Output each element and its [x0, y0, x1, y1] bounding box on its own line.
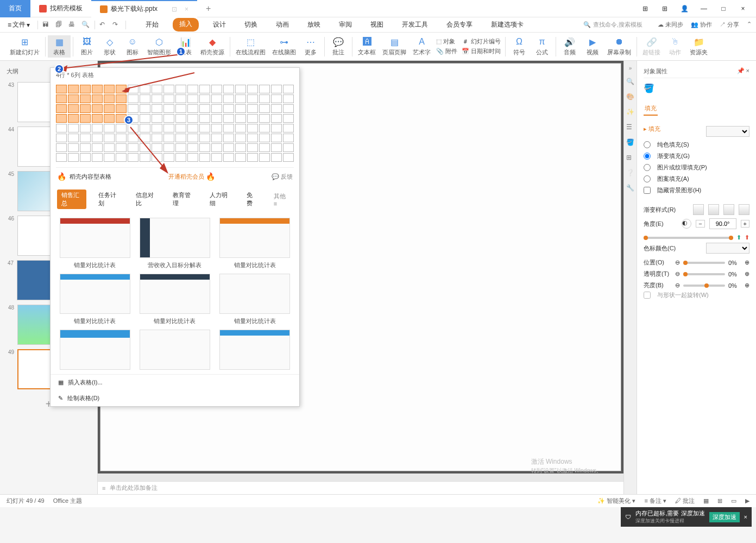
- grid-cell[interactable]: [187, 134, 198, 142]
- grid-cell[interactable]: [211, 114, 222, 123]
- layout-icon[interactable]: ⊞: [639, 2, 652, 15]
- grid-cell[interactable]: [92, 124, 103, 132]
- grid-cell[interactable]: [152, 94, 162, 103]
- flowchart-button[interactable]: ⬚在线流程图: [232, 35, 269, 58]
- grid-cell[interactable]: [223, 124, 234, 132]
- grid-cell[interactable]: [116, 134, 127, 142]
- grid-cell[interactable]: [199, 104, 210, 113]
- tmpl-tab-free[interactable]: 免费: [242, 190, 261, 209]
- notes-toggle[interactable]: ≡ 备注 ▾: [644, 497, 666, 505]
- tab-close-icon[interactable]: ×: [185, 5, 188, 13]
- grid-cell[interactable]: [163, 143, 174, 152]
- grid-cell[interactable]: [116, 153, 127, 162]
- rt-anim-icon[interactable]: ✨: [626, 108, 635, 117]
- grid-cell[interactable]: [223, 114, 234, 123]
- beautify-button[interactable]: ✨ 智能美化 ▾: [597, 497, 635, 505]
- print-icon[interactable]: 🖶: [68, 21, 77, 29]
- grid-cell[interactable]: [116, 124, 127, 132]
- grid-cell[interactable]: [187, 153, 198, 162]
- grid-cell[interactable]: [223, 153, 234, 162]
- fill-section-title[interactable]: ▸ 填充: [644, 125, 660, 133]
- grid-cell[interactable]: [259, 153, 270, 162]
- tmpl-tab-task[interactable]: 任务计划: [94, 190, 123, 209]
- save-icon[interactable]: 🖬: [42, 21, 51, 29]
- grid-cell[interactable]: [152, 104, 162, 113]
- grid-cell[interactable]: [68, 94, 79, 103]
- grid-cell[interactable]: [223, 104, 234, 113]
- grid-cell[interactable]: [128, 94, 138, 103]
- table-size-grid[interactable]: [51, 83, 299, 167]
- grid-cell[interactable]: [235, 85, 246, 93]
- outline-tab[interactable]: 大纲: [7, 67, 18, 75]
- rotate-checkbox[interactable]: [644, 292, 651, 299]
- grid-cell[interactable]: [140, 153, 150, 162]
- redo-icon[interactable]: ↷: [112, 21, 121, 29]
- template-preview[interactable]: [60, 330, 130, 370]
- tab-vip[interactable]: 会员专享: [442, 18, 477, 31]
- grid-cell[interactable]: [128, 153, 138, 162]
- grid-cell[interactable]: [152, 85, 162, 93]
- grad-style-4[interactable]: [739, 204, 749, 215]
- template-preview[interactable]: [140, 330, 210, 370]
- pin-icon[interactable]: 📌: [737, 67, 745, 74]
- close-panel-icon[interactable]: ×: [746, 67, 749, 74]
- tab-design[interactable]: 设计: [209, 18, 230, 31]
- docer-tab[interactable]: 找稻壳模板: [30, 0, 91, 17]
- grid-cell[interactable]: [235, 94, 246, 103]
- grid-cell[interactable]: [187, 94, 198, 103]
- template-preview[interactable]: [140, 274, 210, 314]
- grid-cell[interactable]: [140, 124, 150, 132]
- docer-button[interactable]: ◆稻壳资源: [197, 35, 228, 58]
- grid-cell[interactable]: [175, 153, 186, 162]
- trans-minus[interactable]: ⊖: [675, 270, 680, 277]
- template-preview[interactable]: [219, 330, 290, 370]
- tmpl-tab-compare[interactable]: 信息对比: [131, 190, 161, 209]
- trans-plus[interactable]: ⊕: [745, 270, 749, 277]
- grid-cell[interactable]: [56, 104, 67, 113]
- rt-search-icon[interactable]: 🔍: [626, 78, 635, 86]
- maximize-button[interactable]: □: [717, 2, 730, 15]
- grid-cell[interactable]: [92, 153, 103, 162]
- grid-cell[interactable]: [175, 124, 186, 132]
- vip-link[interactable]: 开通稻壳会员 🔥: [168, 172, 215, 181]
- grid-cell[interactable]: [175, 143, 186, 152]
- grid-cell[interactable]: [140, 143, 150, 152]
- grid-cell[interactable]: [80, 134, 91, 142]
- horiz-scrollbar[interactable]: [98, 473, 623, 481]
- hyperlink-button[interactable]: 🔗超链接: [639, 35, 664, 58]
- grid-cell[interactable]: [259, 124, 270, 132]
- grid-cell[interactable]: [92, 143, 103, 152]
- grid-cell[interactable]: [104, 94, 115, 103]
- grid-cell[interactable]: [211, 94, 222, 103]
- sync-button[interactable]: ☁ 未同步: [658, 21, 683, 29]
- grid-cell[interactable]: [283, 104, 294, 113]
- grid-cell[interactable]: [128, 124, 138, 132]
- grid-cell[interactable]: [152, 114, 162, 123]
- angle-plus[interactable]: +: [741, 220, 749, 228]
- grid-cell[interactable]: [187, 114, 198, 123]
- datetime-button[interactable]: 📅 日期和时间: [459, 47, 503, 56]
- grid-cell[interactable]: [223, 94, 234, 103]
- tmpl-tab-sales[interactable]: 销售汇总: [57, 190, 86, 209]
- transparency-slider[interactable]: [683, 273, 725, 275]
- grid-cell[interactable]: [140, 104, 150, 113]
- template-preview[interactable]: [140, 218, 210, 258]
- add-stop-icon[interactable]: ⬆: [736, 234, 741, 241]
- tab-transition[interactable]: 切换: [240, 18, 262, 31]
- angle-input[interactable]: [709, 218, 736, 229]
- share-button[interactable]: ↗ 分享: [720, 21, 739, 29]
- file-menu[interactable]: ≡ 文件 ▾: [4, 19, 33, 30]
- view-normal-icon[interactable]: ▦: [703, 497, 709, 504]
- grid-cell[interactable]: [247, 114, 258, 123]
- table-button[interactable]: ▦表格: [48, 35, 71, 58]
- grid-cell[interactable]: [104, 124, 115, 132]
- preview-icon[interactable]: 🔍: [81, 21, 90, 29]
- grid-cell[interactable]: [283, 143, 294, 152]
- undo-icon[interactable]: ↶: [99, 21, 108, 29]
- grid-cell[interactable]: [247, 124, 258, 132]
- grid-cell[interactable]: [116, 94, 127, 103]
- pos-minus[interactable]: ⊖: [675, 259, 680, 266]
- fill-pattern-radio[interactable]: [644, 175, 651, 182]
- angle-dial[interactable]: ◐: [682, 219, 691, 229]
- grid-cell[interactable]: [211, 153, 222, 162]
